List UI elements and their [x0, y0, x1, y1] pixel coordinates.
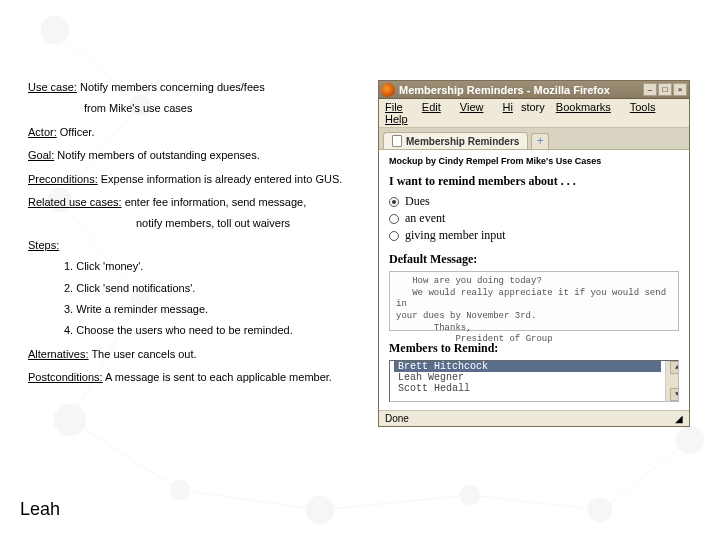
scroll-up-icon[interactable]: ▲	[670, 361, 679, 374]
slide-author: Leah	[20, 499, 60, 520]
page-body: Mockup by Cindy Rempel From Mike's Use C…	[379, 150, 689, 410]
members-listbox[interactable]: Brett Hitchcock Leah Wegner Scott Hedall…	[389, 360, 679, 402]
menu-bookmarks[interactable]: Bookmarks	[556, 101, 619, 113]
svg-line-6	[320, 495, 470, 510]
actor-value: Officer.	[60, 126, 95, 138]
remind-heading: I want to remind members about . . .	[389, 174, 679, 189]
steps-label: Steps:	[28, 238, 358, 253]
alternatives-value: The user cancels out.	[91, 348, 196, 360]
goal-value: Notify members of outstanding expenses.	[57, 149, 259, 161]
page-icon	[392, 135, 402, 147]
preconditions-label: Preconditions:	[28, 173, 98, 185]
actor-label: Actor:	[28, 126, 57, 138]
window-title: Membership Reminders - Mozilla Firefox	[399, 84, 639, 96]
titlebar: Membership Reminders - Mozilla Firefox –…	[379, 81, 689, 99]
related-value-line2: notify members, toll out waivers	[28, 216, 358, 231]
tab-membership-reminders[interactable]: Membership Reminders	[383, 132, 528, 149]
minimize-button[interactable]: –	[643, 83, 657, 96]
firefox-icon	[381, 83, 395, 97]
tab-label: Membership Reminders	[406, 136, 519, 147]
status-text: Done	[385, 413, 409, 424]
radio-input[interactable]: giving member input	[389, 227, 679, 244]
statusbar: Done ◢	[379, 410, 689, 426]
radio-label: Dues	[405, 194, 430, 209]
radio-dues[interactable]: Dues	[389, 193, 679, 210]
menu-file[interactable]: File	[385, 101, 411, 113]
menu-view[interactable]: View	[460, 101, 492, 113]
list-item[interactable]: Leah Wegner	[394, 372, 661, 383]
radio-label: giving member input	[405, 228, 506, 243]
maximize-button[interactable]: □	[658, 83, 672, 96]
menu-history[interactable]: History	[503, 101, 545, 113]
radio-icon	[389, 214, 399, 224]
new-tab-button[interactable]: +	[531, 133, 549, 149]
step-3: 3. Write a reminder message.	[28, 302, 358, 317]
radio-icon	[389, 197, 399, 207]
step-4: 4. Choose the users who need to be remin…	[28, 323, 358, 338]
list-item[interactable]: Brett Hitchcock	[394, 361, 661, 372]
mockup-byline: Mockup by Cindy Rempel From Mike's Use C…	[389, 156, 679, 166]
usecase-subtitle: from Mike's use cases	[28, 101, 358, 116]
svg-point-17	[588, 498, 612, 522]
svg-line-5	[180, 490, 320, 510]
postconditions-label: Postconditions:	[28, 371, 103, 383]
radio-icon	[389, 231, 399, 241]
close-button[interactable]: ×	[673, 83, 687, 96]
svg-line-8	[600, 440, 690, 510]
default-message-textarea[interactable]: How are you doing today? We would really…	[389, 271, 679, 331]
svg-point-16	[460, 485, 480, 505]
goal-label: Goal:	[28, 149, 54, 161]
related-label: Related use cases:	[28, 196, 122, 208]
related-value-line1: enter fee information, send message,	[125, 196, 307, 208]
scrollbar[interactable]: ▲ ▼	[665, 361, 678, 401]
resize-grip-icon[interactable]: ◢	[675, 413, 683, 424]
postconditions-value: A message is sent to each applicable mem…	[105, 371, 332, 383]
list-item[interactable]: Scott Hedall	[394, 383, 661, 394]
usecase-text-column: Use case: Notify members concerning dues…	[28, 80, 358, 427]
menubar: File Edit View History Bookmarks Tools H…	[379, 99, 689, 128]
step-1: 1. Click 'money'.	[28, 259, 358, 274]
usecase-title-label: Use case:	[28, 81, 77, 93]
svg-point-14	[170, 480, 190, 500]
scroll-down-icon[interactable]: ▼	[670, 388, 679, 401]
menu-edit[interactable]: Edit	[422, 101, 449, 113]
menu-help[interactable]: Help	[385, 113, 416, 125]
svg-line-7	[470, 495, 600, 510]
default-message-label: Default Message:	[389, 252, 679, 267]
remind-options: Dues an event giving member input	[389, 193, 679, 244]
alternatives-label: Alternatives:	[28, 348, 89, 360]
svg-point-15	[306, 496, 334, 524]
step-2: 2. Click 'send notifications'.	[28, 281, 358, 296]
tabbar: Membership Reminders +	[379, 128, 689, 150]
menu-tools[interactable]: Tools	[630, 101, 664, 113]
preconditions-value: Expense information is already entered i…	[101, 173, 343, 185]
usecase-title-text: Notify members concerning dues/fees	[80, 81, 265, 93]
browser-mockup: Membership Reminders - Mozilla Firefox –…	[378, 80, 690, 427]
radio-label: an event	[405, 211, 445, 226]
radio-event[interactable]: an event	[389, 210, 679, 227]
